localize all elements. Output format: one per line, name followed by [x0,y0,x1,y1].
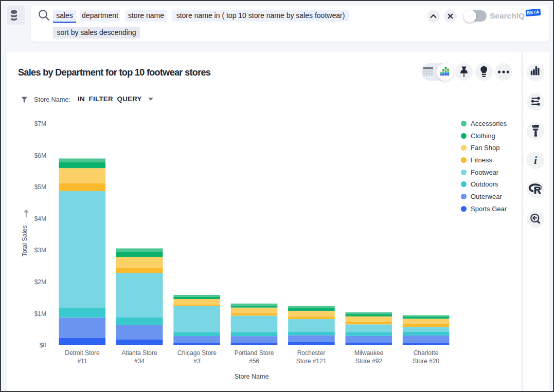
svg-text:i: i [534,155,537,166]
